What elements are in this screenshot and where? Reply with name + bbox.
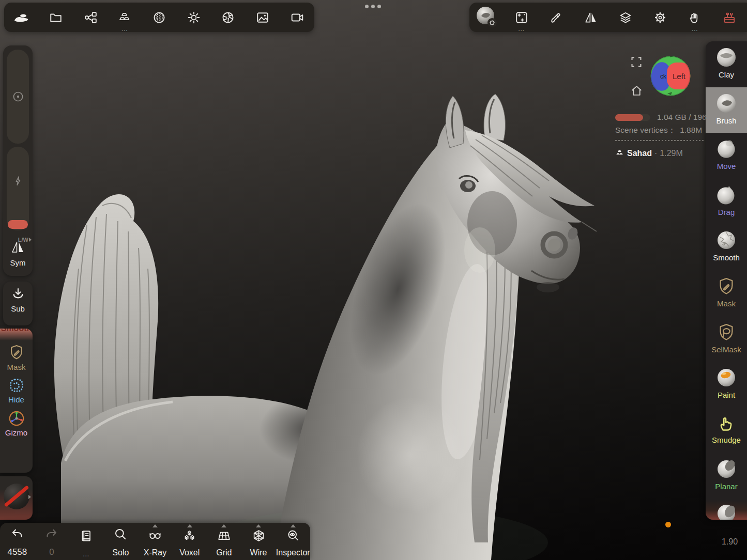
memory-usage-bar bbox=[615, 114, 650, 121]
tool-paint[interactable]: Paint bbox=[706, 362, 747, 408]
smooth-shortcut[interactable]: Smooth bbox=[0, 329, 33, 341]
mask-shortcut[interactable]: Mask bbox=[0, 343, 33, 371]
tool-label: Clay bbox=[719, 70, 734, 79]
smooth-label: Smooth bbox=[0, 329, 33, 333]
brush-intensity-slider[interactable] bbox=[7, 147, 29, 230]
tool-brush[interactable]: Brush bbox=[706, 87, 747, 133]
undo-count: 4558 bbox=[0, 547, 35, 557]
top-left-toolbar: … bbox=[4, 3, 314, 32]
app-window: … bbox=[0, 0, 747, 560]
sub-panel[interactable]: Sub bbox=[3, 282, 33, 325]
wire-button[interactable]: Wire bbox=[241, 523, 276, 560]
journal-icon bbox=[80, 529, 93, 543]
redo-button[interactable]: 0 bbox=[35, 523, 69, 560]
orientation-navball[interactable]: ck Left bbox=[650, 55, 692, 97]
navball-back-label: ck bbox=[660, 73, 667, 80]
grid-label: Grid bbox=[207, 548, 241, 557]
tool-next-partial[interactable] bbox=[706, 499, 747, 520]
app-logo-button[interactable] bbox=[4, 3, 39, 32]
material-button[interactable] bbox=[142, 3, 177, 32]
popover-caret-icon bbox=[256, 524, 261, 527]
xray-goggles-icon bbox=[148, 529, 162, 542]
files-button[interactable] bbox=[39, 3, 73, 32]
tool-smudge[interactable]: Smudge bbox=[706, 408, 747, 454]
home-icon bbox=[630, 84, 643, 97]
notification-dot bbox=[665, 522, 671, 527]
zoom-level: 1.90 bbox=[722, 537, 738, 547]
toolbox-button[interactable] bbox=[712, 3, 747, 32]
brush-radius-slider[interactable] bbox=[7, 50, 29, 144]
solo-label: Solo bbox=[103, 548, 138, 557]
tool-drag[interactable]: Drag bbox=[706, 179, 747, 225]
solo-button[interactable]: Solo bbox=[103, 523, 138, 560]
sym-icon bbox=[10, 240, 26, 254]
symmetry-toggle[interactable] bbox=[10, 240, 26, 254]
topology-button[interactable]: … bbox=[108, 3, 142, 32]
paint-tools-button[interactable] bbox=[539, 3, 573, 32]
voxel-button[interactable]: Voxel bbox=[172, 523, 207, 560]
tool-move[interactable]: Move bbox=[706, 133, 747, 179]
popover-caret-icon bbox=[187, 524, 192, 527]
toolbox-icon bbox=[723, 11, 736, 24]
inspector-label: Inspector bbox=[276, 548, 310, 557]
lighting-button[interactable] bbox=[176, 3, 211, 32]
stats-separator bbox=[615, 140, 704, 141]
tool-selmask[interactable]: SelMask bbox=[706, 316, 747, 362]
xray-button[interactable]: X-Ray bbox=[138, 523, 173, 560]
camera-button[interactable] bbox=[280, 3, 314, 32]
tool-label: Paint bbox=[718, 391, 735, 399]
settings-button[interactable] bbox=[643, 3, 678, 32]
voxel-label: Voxel bbox=[172, 548, 207, 557]
mask-shield-icon bbox=[8, 343, 25, 362]
postprocess-button[interactable] bbox=[211, 3, 246, 32]
tool-clay[interactable]: Clay bbox=[706, 41, 747, 87]
inspector-button[interactable]: Inspector bbox=[276, 523, 310, 560]
scene-object-row[interactable]: Sahad · 1.29M bbox=[615, 149, 683, 158]
navball-left-label: Left bbox=[673, 72, 686, 81]
gestures-button[interactable]: … bbox=[678, 3, 712, 32]
flatten-tool-icon bbox=[716, 503, 737, 520]
matcap-panel[interactable] bbox=[0, 476, 33, 520]
mask-tool-icon bbox=[716, 276, 736, 297]
more-indicator: … bbox=[518, 26, 525, 32]
smudge-tool-icon bbox=[716, 413, 736, 433]
undo-button[interactable]: 4558 bbox=[0, 523, 35, 560]
tool-label: Mask bbox=[717, 299, 736, 308]
hide-shortcut[interactable]: Hide bbox=[0, 377, 33, 404]
symmetry-button[interactable] bbox=[573, 3, 608, 32]
tool-planar[interactable]: Planar bbox=[706, 453, 747, 499]
gizmo-shortcut[interactable]: Gizmo bbox=[0, 409, 33, 437]
subdivide-icon bbox=[11, 287, 25, 301]
inspector-eye-icon bbox=[286, 529, 300, 542]
active-material-button[interactable] bbox=[469, 3, 504, 32]
history-button[interactable]: … bbox=[69, 523, 103, 560]
tool-label: Smudge bbox=[712, 435, 741, 444]
solo-magnifier-icon bbox=[114, 528, 127, 541]
smooth-tool-icon bbox=[716, 230, 737, 251]
memory-usage-fill bbox=[615, 114, 643, 121]
redo-icon bbox=[45, 528, 58, 540]
object-pyramid-icon bbox=[615, 150, 624, 158]
layers-icon bbox=[619, 11, 632, 24]
folder-icon bbox=[49, 11, 63, 24]
paintbrush-icon bbox=[550, 11, 563, 24]
sub-label: Sub bbox=[3, 304, 33, 313]
layers-button[interactable] bbox=[608, 3, 643, 32]
topology-pyramid-icon bbox=[118, 11, 131, 24]
tool-smooth[interactable]: Smooth bbox=[706, 224, 747, 270]
home-view-button[interactable] bbox=[630, 84, 643, 97]
stamps-button[interactable]: … bbox=[504, 3, 539, 32]
image-icon bbox=[256, 11, 269, 24]
planar-tool-icon bbox=[716, 459, 737, 479]
gear-icon bbox=[653, 11, 667, 24]
tool-mask[interactable]: Mask bbox=[706, 270, 747, 316]
hide-label: Hide bbox=[0, 395, 33, 404]
brush-sliders-panel: L/W Sym bbox=[3, 45, 33, 276]
fullscreen-button[interactable] bbox=[630, 56, 643, 68]
background-button[interactable] bbox=[246, 3, 280, 32]
node-graph-icon bbox=[84, 11, 97, 24]
undo-icon bbox=[10, 528, 24, 540]
grid-button[interactable]: Grid bbox=[207, 523, 241, 560]
scene-vertices-value: 1.88M bbox=[680, 126, 702, 134]
scene-graph-button[interactable] bbox=[73, 3, 108, 32]
